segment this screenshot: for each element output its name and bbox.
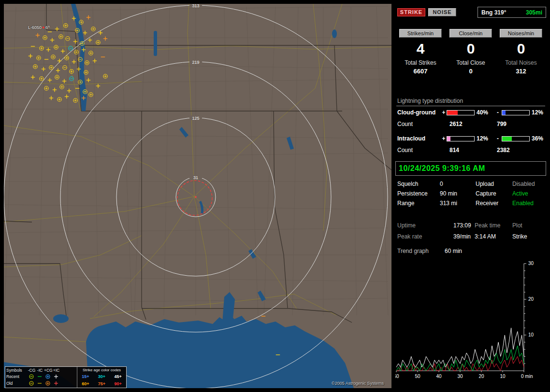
bearing-value: Bng 319° <box>481 9 506 16</box>
svg-text:125: 125 <box>192 116 199 121</box>
pos-ic-recent-icon <box>52 374 60 379</box>
distribution-title: Lightning type distribution <box>397 98 463 104</box>
close-per-min-button[interactable]: Close/min <box>449 29 492 38</box>
noises-meter: Noises/min 0 Total Noises 312 <box>496 29 546 75</box>
ic-negative-count: 2382 <box>497 147 510 154</box>
svg-text:313: 313 <box>192 4 199 8</box>
svg-text:219: 219 <box>192 60 199 65</box>
app-window: 31321912531 L-6050 6^ Symbols -CG -IC +C… <box>0 0 550 392</box>
cg-positive-pct: 40% <box>475 109 494 116</box>
ic-negative-pct: 36% <box>530 135 543 142</box>
settings-row-range: Range 313 mi Receiver Enabled <box>395 200 546 210</box>
svg-text:0 min: 0 min <box>521 374 533 379</box>
receiver-status: Enabled <box>512 200 534 207</box>
legend-col-pos-ic: +IC <box>52 368 60 373</box>
plot-label: Plot <box>512 222 522 229</box>
ic-positive-bar <box>447 136 475 141</box>
status-row-peak: Peak rate 39/min 3:14 AM Strike <box>395 233 546 243</box>
distance-value: 305mi <box>526 9 542 16</box>
cg-negative-count: 799 <box>497 121 507 127</box>
peak-time-value: 3:14 AM <box>475 233 511 240</box>
strike-indicator[interactable]: STRIKE <box>397 8 425 16</box>
svg-text:30: 30 <box>528 261 534 266</box>
peak-rate-value: 39/min <box>453 233 476 240</box>
legend-age-header: Strike age color codes <box>77 367 126 373</box>
cg-positive-bar <box>447 110 475 115</box>
squelch-label: Squelch <box>397 181 439 187</box>
pos-cg-recent-icon <box>44 374 52 379</box>
strikes-meter: Strikes/min 4 Total Strikes 6607 <box>395 29 446 75</box>
pos-cg-old-icon <box>44 380 52 386</box>
cell-count: 6^ <box>45 25 50 30</box>
total-strikes-label: Total Strikes <box>395 59 446 66</box>
distribution-divider <box>396 106 545 106</box>
age-60: 60+ <box>78 381 93 386</box>
ic-positive-count: 814 <box>449 147 497 154</box>
cg-negative-bar <box>502 110 530 115</box>
range-value: 313 mi <box>440 200 475 207</box>
cell-id: L-6050 <box>28 25 42 30</box>
settings-row-squelch: Squelch 0 Upload Disabled <box>395 181 546 190</box>
range-label: Range <box>397 200 439 207</box>
age-30: 30+ <box>94 374 109 379</box>
neg-cg-recent-icon <box>28 374 36 379</box>
svg-text:30: 30 <box>457 374 463 379</box>
neg-cg-old-icon <box>28 380 36 386</box>
noises-per-min-button[interactable]: Noises/min <box>500 29 542 38</box>
legend-col-neg-cg: -CG <box>28 368 36 373</box>
count-label: Count <box>397 147 449 154</box>
legend-symbols-header: Symbols <box>6 368 28 373</box>
cloud-ground-count-row: Count 2612 799 <box>397 121 545 127</box>
svg-text:10: 10 <box>500 374 506 379</box>
capture-label: Capture <box>476 190 511 197</box>
close-meter: Close/min 0 Total Close 0 <box>446 29 496 75</box>
lightning-map[interactable]: 31321912531 L-6050 6^ Symbols -CG -IC +C… <box>4 4 391 388</box>
intracloud-row: Intracloud + 12% - 36% <box>397 135 545 142</box>
age-90: 90+ <box>111 381 125 386</box>
total-noises-label: Total Noises <box>496 59 546 66</box>
noise-indicator[interactable]: NOISE <box>428 8 456 16</box>
squelch-value: 0 <box>440 181 475 187</box>
svg-text:10: 10 <box>528 332 534 337</box>
upload-status: Disabled <box>512 181 535 187</box>
ic-positive-pct: 12% <box>475 135 494 142</box>
strikes-per-min-value: 4 <box>395 40 446 57</box>
legend-old-label: Old <box>6 381 28 386</box>
uptime-label: Uptime <box>397 222 451 229</box>
receiver-label: Receiver <box>476 200 511 207</box>
peak-time-label: Peak time <box>475 222 511 229</box>
age-45: 45+ <box>111 374 125 379</box>
svg-text:50: 50 <box>415 374 420 379</box>
minus-sign: - <box>494 109 502 116</box>
rate-meters: Strikes/min 4 Total Strikes 6607 Close/m… <box>395 29 546 75</box>
cg-negative-pct: 12% <box>530 109 543 116</box>
svg-text:20: 20 <box>478 374 484 379</box>
svg-text:40: 40 <box>436 374 442 379</box>
total-close-label: Total Close <box>446 59 496 66</box>
count-label: Count <box>397 121 449 127</box>
total-strikes-value: 6607 <box>395 68 446 75</box>
legend-col-neg-ic: -IC <box>36 368 44 373</box>
storm-cell-label: L-6050 6^ <box>28 25 50 30</box>
svg-text:20: 20 <box>528 296 534 302</box>
neg-ic-old-icon <box>36 380 44 386</box>
plus-sign: + <box>441 109 447 116</box>
age-75: 75+ <box>94 381 109 386</box>
pos-ic-old-icon <box>52 380 60 386</box>
noises-per-min-value: 0 <box>496 40 546 57</box>
strikes-per-min-button[interactable]: Strikes/min <box>399 29 442 38</box>
strike-dot-icon <box>43 27 44 28</box>
status-panel: STRIKE NOISE Bng 319° 305mi Strikes/min … <box>395 4 546 388</box>
bearing-display: Bng 319° 305mi <box>478 7 546 18</box>
intracloud-count-row: Count 814 2382 <box>397 147 545 154</box>
total-noises-value: 312 <box>496 68 546 75</box>
copyright-text: ©2005 Astrogenic Systems <box>332 381 384 386</box>
plus-sign: + <box>441 135 447 142</box>
cg-positive-count: 2612 <box>449 121 497 127</box>
clock-display: 10/24/2025 9:39:16 AM <box>395 161 546 176</box>
svg-text:31: 31 <box>193 175 198 180</box>
uptime-value: 173:09 <box>453 222 476 229</box>
ic-negative-bar <box>502 136 530 141</box>
upload-label: Upload <box>476 181 511 187</box>
neg-ic-recent-icon <box>36 374 44 379</box>
